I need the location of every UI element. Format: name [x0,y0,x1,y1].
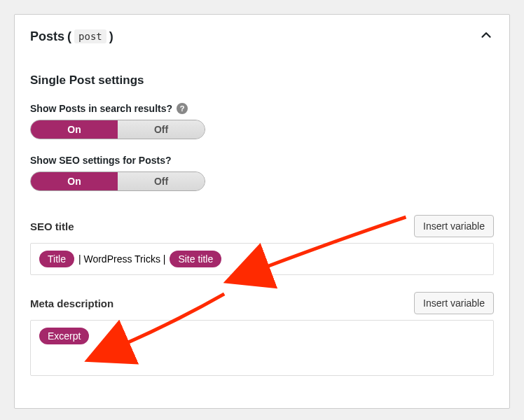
meta-description-field: Meta description Insert variable Excerpt [30,292,494,376]
toggle-on-option[interactable]: On [31,120,118,139]
section-title: Single Post settings [30,74,494,88]
show-seo-settings-field: Show SEO settings for Posts? On Off [30,155,494,191]
insert-variable-button[interactable]: Insert variable [414,215,494,237]
show-seo-settings-toggle[interactable]: On Off [30,172,205,191]
toggle-off-option[interactable]: Off [118,172,205,190]
toggle-off-option[interactable]: Off [118,120,205,139]
site-title-variable-pill[interactable]: Site title [170,251,221,267]
show-in-search-field: Show Posts in search results? ? On Off [30,103,494,139]
excerpt-variable-pill[interactable]: Excerpt [39,328,89,344]
panel-body: Single Post settings Show Posts in searc… [15,58,509,408]
panel-title: Posts ( post ) [30,29,113,44]
meta-description-label: Meta description [30,298,113,309]
chevron-up-icon[interactable] [478,27,494,46]
meta-description-input[interactable]: Excerpt [30,320,494,376]
seo-title-label-row: SEO title Insert variable [30,215,494,237]
panel-title-paren-open: ( [67,29,71,44]
show-seo-settings-label: Show SEO settings for Posts? [30,155,171,166]
panel-title-text: Posts [30,29,64,44]
show-in-search-toggle[interactable]: On Off [30,120,205,139]
seo-title-literal: | WordPress Tricks | [78,253,165,265]
seo-title-input[interactable]: Title | WordPress Tricks | Site title [30,243,494,275]
field-label: Show Posts in search results? ? [30,103,494,114]
seo-title-label: SEO title [30,220,74,232]
posts-settings-panel: Posts ( post ) Single Post settings Show… [14,14,510,409]
panel-header[interactable]: Posts ( post ) [15,15,509,58]
seo-title-field: SEO title Insert variable Title | WordPr… [30,215,494,275]
post-type-slug: post [74,29,106,43]
meta-desc-label-row: Meta description Insert variable [30,292,494,314]
toggle-on-option[interactable]: On [31,172,118,190]
insert-variable-button[interactable]: Insert variable [414,292,494,314]
help-icon[interactable]: ? [177,103,188,114]
panel-title-paren-close: ) [109,29,113,44]
show-in-search-label: Show Posts in search results? [30,103,172,114]
field-label: Show SEO settings for Posts? [30,155,494,166]
title-variable-pill[interactable]: Title [39,251,74,267]
